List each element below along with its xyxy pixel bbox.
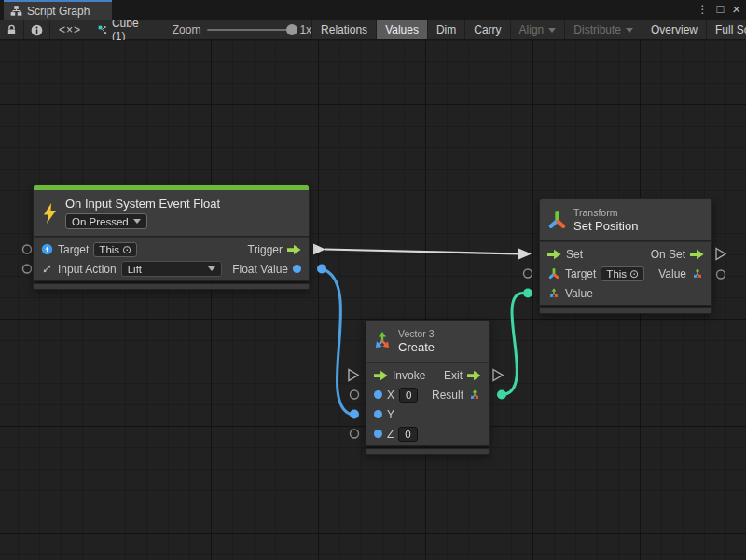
flow-arrow-icon[interactable]	[287, 244, 301, 255]
vector3-icon	[371, 330, 394, 352]
chevron-down-icon	[626, 28, 633, 33]
kebab-menu-icon[interactable]: ⋮	[697, 2, 708, 17]
transform-value-output-port[interactable]	[717, 270, 725, 279]
node-on-input-system-event-float[interactable]: On Input System Event Float On Pressed T…	[33, 184, 310, 290]
vector3-x-row: X 0 Result	[366, 385, 489, 404]
float-value-output-port[interactable]	[317, 265, 326, 274]
unity-visual-scripting-window: Script Graph ⋮ □ × <×>	[0, 0, 746, 560]
event-node-footer[interactable]	[33, 283, 310, 290]
target-value: This	[99, 244, 119, 255]
lock-button[interactable]	[0, 20, 24, 39]
y-port-dot[interactable]	[374, 410, 382, 418]
code-view-button[interactable]: <×>	[50, 20, 90, 39]
distribute-label: Distribute	[573, 23, 621, 36]
target-object-field[interactable]: This ⊙	[93, 242, 137, 257]
value-input-port[interactable]	[523, 289, 532, 298]
trigger-output-port[interactable]	[313, 244, 325, 255]
graph-owner-label: Cube (1)	[112, 17, 143, 43]
z-input-port[interactable]	[351, 430, 359, 438]
x-port-dot[interactable]	[374, 390, 382, 399]
event-inputaction-input-port[interactable]	[23, 265, 32, 273]
overview-button[interactable]: Overview	[642, 20, 706, 39]
invoke-input-port[interactable]	[349, 370, 358, 381]
flow-arrow-icon[interactable]	[374, 370, 388, 381]
flow-arrow-icon[interactable]	[467, 370, 481, 381]
chevron-down-icon	[208, 266, 215, 271]
value-out-label: Value	[658, 267, 686, 280]
graph-canvas[interactable]: On Input System Event Float On Pressed T…	[0, 40, 746, 560]
graph-owner-selector[interactable]: Cube (1)	[90, 20, 150, 39]
align-label: Align	[519, 23, 545, 36]
target-value: This	[606, 268, 627, 280]
y-label: Y	[387, 408, 394, 421]
y-input-port[interactable]	[350, 410, 359, 419]
wire-trigger-to-set[interactable]	[325, 250, 518, 254]
zoom-slider-handle[interactable]	[286, 24, 297, 35]
vector3-mini-icon[interactable]	[691, 267, 704, 280]
onset-output-port[interactable]	[716, 249, 725, 260]
object-picker-icon[interactable]: ⊙	[122, 243, 131, 256]
relations-button[interactable]: Relations	[311, 20, 376, 39]
lightning-bolt-icon	[40, 202, 59, 225]
zoom-value: 1x	[299, 23, 311, 36]
trigger-label: Trigger	[247, 243, 283, 256]
chevron-down-icon	[548, 28, 556, 33]
transform-target-input-port[interactable]	[524, 269, 532, 278]
float-value-label: Float Value	[232, 263, 288, 276]
graph-icon	[10, 5, 22, 17]
fullscreen-button[interactable]: Full Screen	[706, 20, 746, 39]
set-input-port[interactable]	[518, 249, 532, 260]
wire-floatvalue-to-y[interactable]	[322, 269, 351, 415]
dim-button[interactable]: Dim	[427, 20, 464, 39]
set-label: Set	[566, 248, 583, 261]
zoom-control: Zoom 1x	[173, 20, 311, 39]
input-action-icon	[41, 263, 53, 275]
zoom-label: Zoom	[173, 23, 201, 36]
info-button[interactable]	[24, 20, 50, 39]
target-label: Target	[565, 267, 596, 280]
event-node-body: Target This ⊙ Trigger	[33, 237, 310, 281]
vector3-mini-icon[interactable]	[547, 287, 560, 300]
lock-icon	[7, 24, 17, 36]
window-controls: ⋮ □ ×	[697, 2, 740, 17]
distribute-dropdown[interactable]: Distribute	[564, 20, 642, 39]
wire-result-to-value[interactable]	[502, 294, 523, 395]
flow-arrow-icon[interactable]	[690, 249, 704, 260]
object-picker-icon[interactable]: ⊙	[629, 267, 639, 280]
x-value-field[interactable]: 0	[399, 388, 418, 403]
maximize-icon[interactable]: □	[716, 2, 724, 17]
carry-button[interactable]: Carry	[464, 20, 509, 39]
input-action-dropdown[interactable]: Lift	[121, 261, 222, 277]
z-value-field[interactable]: 0	[398, 427, 417, 442]
z-port-dot[interactable]	[374, 430, 382, 438]
vector3-y-row: Y	[366, 404, 489, 424]
transform-target-object-field[interactable]: This ⊙	[601, 266, 644, 281]
align-dropdown[interactable]: Align	[510, 20, 565, 39]
graph-toolbar: <×> Cube (1) Zoom 1x Relations Values Di…	[0, 20, 746, 40]
vector3-node-header[interactable]: Vector 3 Create	[366, 320, 490, 362]
close-icon[interactable]: ×	[732, 2, 740, 17]
flow-arrow-icon[interactable]	[547, 249, 561, 260]
vector3-mini-icon[interactable]	[468, 389, 481, 402]
node-transform-set-position[interactable]: Transform Set Position Set On Set	[539, 198, 712, 314]
vector3-node-footer[interactable]	[366, 448, 490, 455]
event-target-input-port[interactable]	[23, 245, 32, 253]
event-inputaction-row: Input Action Lift Float Value	[34, 259, 309, 279]
transform-node-header[interactable]: Transform Set Position	[539, 198, 712, 241]
transform-category: Transform	[573, 207, 638, 219]
event-node-header[interactable]: On Input System Event Float On Pressed	[33, 190, 310, 237]
result-output-port[interactable]	[497, 390, 506, 400]
chevron-down-icon	[133, 219, 141, 224]
transform-node-footer[interactable]	[539, 307, 712, 314]
float-value-port-dot[interactable]	[293, 265, 301, 273]
x-input-port[interactable]	[351, 390, 359, 399]
tab-script-graph[interactable]: Script Graph	[4, 0, 112, 20]
zoom-slider-track[interactable]	[207, 29, 293, 31]
values-button[interactable]: Values	[376, 20, 427, 39]
event-target-row: Target This ⊙ Trigger	[34, 239, 309, 259]
x-label: X	[387, 389, 394, 402]
vector3-node-body: Invoke Exit X 0 Result	[366, 362, 490, 446]
exit-output-port[interactable]	[493, 370, 503, 381]
node-vector3-create[interactable]: Vector 3 Create Invoke Exit	[366, 320, 490, 455]
event-mode-dropdown[interactable]: On Pressed	[65, 213, 147, 229]
